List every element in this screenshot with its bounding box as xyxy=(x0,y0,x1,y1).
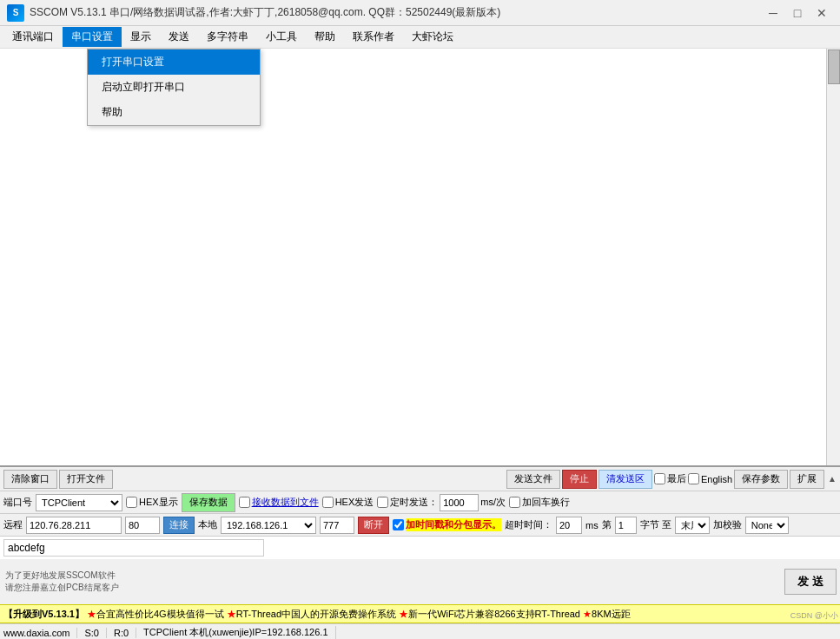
promo-area: 为了更好地发展SSCOM软件 请您注册嘉立创PCB结尾客户 xyxy=(0,559,781,604)
english-label: English xyxy=(701,474,732,484)
disconnect-button[interactable]: 断开 xyxy=(358,517,389,534)
send-file-button[interactable]: 发送文件 xyxy=(506,470,560,489)
menu-help[interactable]: 帮助 xyxy=(306,27,344,47)
packet-label: 第 xyxy=(602,518,612,531)
menu-communications[interactable]: 通讯端口 xyxy=(3,27,63,47)
minimize-button[interactable]: ─ xyxy=(762,3,784,23)
status-connection: TCPClient 本机(xuwenjie)IP=192.168.126.1 xyxy=(143,626,335,639)
control-row1: 端口号 TCPClient HEX显示 保存数据 接收数据到文件 HEX发送 定… xyxy=(0,491,840,514)
menu-forum[interactable]: 大虾论坛 xyxy=(403,27,462,47)
add-line-checkbox[interactable] xyxy=(509,497,520,508)
timeout-label: 超时时间： xyxy=(505,518,552,531)
checksum-select[interactable]: None xyxy=(745,517,789,534)
dropdown-menu: 打开串口设置 启动立即打开串口 帮助 xyxy=(87,49,261,126)
connect-button[interactable]: 连接 xyxy=(163,517,195,534)
local-port-input[interactable] xyxy=(320,517,354,534)
remote-ip-input[interactable] xyxy=(26,517,122,534)
timeout-unit-label: ms xyxy=(585,520,599,530)
maximize-button[interactable]: □ xyxy=(786,3,809,23)
clear-send-button[interactable]: 清发送区 xyxy=(599,470,652,489)
control-row2: 远程 连接 本地 192.168.126.1 断开 加时间戳和分包显示。 超时时… xyxy=(0,514,840,537)
remote-port-input[interactable] xyxy=(125,517,160,534)
ticker-star1: ★ xyxy=(87,609,96,619)
ticker-text: 【升级到V5.13.1】 ★合宜高性价比4G模块值得一试 ★RT-Thread中… xyxy=(3,608,631,621)
clear-window-button[interactable]: 清除窗口 xyxy=(3,470,57,489)
app-title: SSCOM V5.13.1 串口/网络数据调试器,作者:大虾丁丁,2618058… xyxy=(30,5,762,20)
hex-send-checkbox[interactable] xyxy=(322,497,334,508)
hex-display-label: HEX显示 xyxy=(139,496,178,509)
english-checkbox[interactable] xyxy=(688,473,699,484)
packet-unit-label: 字节 至 xyxy=(640,518,671,531)
app-icon: S xyxy=(7,4,24,22)
menu-display[interactable]: 显示 xyxy=(122,27,160,47)
menu-bar: 通讯端口 串口设置 显示 发送 多字符串 小工具 帮助 联系作者 大虾论坛 xyxy=(0,26,840,49)
status-website: www.daxia.com xyxy=(3,628,77,638)
status-s0: S:0 xyxy=(84,628,107,638)
menu-contact[interactable]: 联系作者 xyxy=(344,27,403,47)
menu-send[interactable]: 发送 xyxy=(160,27,198,47)
expand-arrow-icon: ▲ xyxy=(826,474,837,484)
timeout-input[interactable] xyxy=(556,517,582,534)
stop-button[interactable]: 停止 xyxy=(562,470,597,489)
save-data-button[interactable]: 保存数据 xyxy=(182,493,235,512)
window-controls: ─ □ ✕ xyxy=(762,3,833,23)
toolbar-row1: 清除窗口 打开文件 发送文件 停止 清发送区 最后 English 保存参数 扩… xyxy=(0,467,840,491)
promo-text2: 请您注册嘉立创PCB结尾客户 xyxy=(5,582,776,594)
bottom-panel: 清除窗口 打开文件 发送文件 停止 清发送区 最后 English 保存参数 扩… xyxy=(0,465,840,639)
timed-unit-label: ms/次 xyxy=(480,496,506,509)
status-bar: www.daxia.com S:0 R:0 TCPClient 本机(xuwen… xyxy=(0,623,840,639)
timestamp-checkbox[interactable] xyxy=(393,519,404,530)
ticker-star2: ★ xyxy=(227,609,236,619)
local-ip-select[interactable]: 192.168.126.1 xyxy=(221,517,316,534)
timed-send-label: 定时发送： xyxy=(390,496,438,509)
hex-send-label: HEX发送 xyxy=(335,496,374,509)
port-label: 端口号 xyxy=(3,496,32,509)
last-label: 最后 xyxy=(667,472,686,485)
dropdown-item-port-settings[interactable]: 打开串口设置 xyxy=(88,49,260,75)
close-button[interactable]: ✕ xyxy=(810,3,833,23)
send-text-input[interactable] xyxy=(3,539,264,557)
main-scrollbar[interactable] xyxy=(826,49,840,465)
csdn-watermark: CSDN @小小 xyxy=(790,610,838,622)
add-line-label: 加回车换行 xyxy=(522,496,570,509)
checksum-label: 加校验 xyxy=(713,518,742,531)
hex-display-checkbox[interactable] xyxy=(126,497,137,508)
promo-text1: 为了更好地发展SSCOM软件 xyxy=(5,570,776,582)
scrollbar-thumb[interactable] xyxy=(828,49,840,84)
timed-send-checkbox[interactable] xyxy=(377,497,388,508)
text-row xyxy=(0,537,840,559)
save-to-file-label: 接收数据到文件 xyxy=(252,496,319,509)
title-bar: S SSCOM V5.13.1 串口/网络数据调试器,作者:大虾丁丁,26180… xyxy=(0,0,840,26)
ticker-bold: 【升级到V5.13.1】 xyxy=(3,609,84,619)
timed-interval-input[interactable] xyxy=(440,494,479,511)
save-to-file-checkbox[interactable] xyxy=(239,497,250,508)
open-file-button[interactable]: 打开文件 xyxy=(59,470,113,489)
menu-tools[interactable]: 小工具 xyxy=(257,27,306,47)
local-label: 本地 xyxy=(198,518,217,531)
menu-port-settings[interactable]: 串口设置 xyxy=(63,27,122,47)
port-select[interactable]: TCPClient xyxy=(36,494,122,511)
remote-label: 远程 xyxy=(3,518,23,531)
ticker-row: 【升级到V5.13.1】 ★合宜高性价比4G模块值得一试 ★RT-Thread中… xyxy=(0,604,840,623)
menu-multistring[interactable]: 多字符串 xyxy=(198,27,257,47)
dropdown-item-help[interactable]: 帮助 xyxy=(88,100,260,125)
ticker-star4: ★ xyxy=(583,609,592,619)
ticker-star3: ★ xyxy=(399,609,408,619)
packet-end-select[interactable]: 末尾 xyxy=(675,517,710,534)
last-checkbox[interactable] xyxy=(654,473,665,484)
promo-send-container: 为了更好地发展SSCOM软件 请您注册嘉立创PCB结尾客户 发 送 xyxy=(0,559,840,604)
packet-num-input[interactable] xyxy=(615,517,637,534)
status-r0: R:0 xyxy=(114,628,136,638)
send-button[interactable]: 发 送 xyxy=(784,569,837,595)
dropdown-item-auto-open[interactable]: 启动立即打开串口 xyxy=(88,75,260,100)
timestamp-label: 加时间戳和分包显示。 xyxy=(406,518,501,531)
expand-button[interactable]: 扩展 xyxy=(790,470,824,489)
save-params-button[interactable]: 保存参数 xyxy=(734,470,788,489)
send-button-area: 发 送 xyxy=(781,559,840,604)
